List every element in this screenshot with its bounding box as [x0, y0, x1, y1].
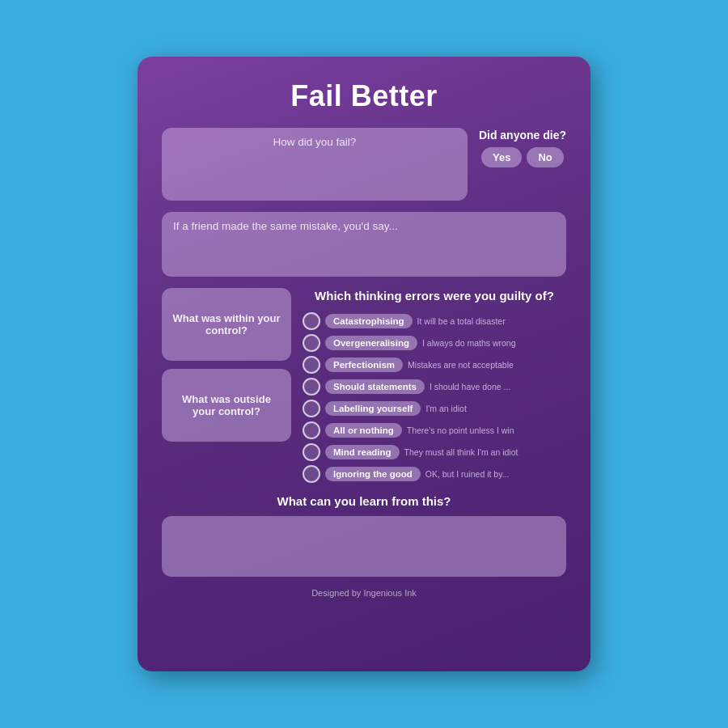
error-label-1: Overgeneralising	[325, 336, 417, 350]
error-desc-2: Mistakes are not acceptable	[408, 360, 514, 370]
error-checkbox-7[interactable]	[303, 465, 320, 483]
error-item: PerfectionismMistakes are not acceptable	[303, 356, 566, 374]
error-desc-5: There's no point unless I win	[407, 425, 514, 435]
thinking-section: Which thinking errors were you guilty of…	[303, 288, 566, 483]
error-desc-7: OK, but I ruined it by...	[425, 469, 510, 479]
error-label-6: Mind reading	[325, 445, 400, 459]
error-desc-4: I'm an idiot	[425, 404, 466, 413]
outside-control-box[interactable]: What was outside your control?	[162, 369, 291, 442]
error-item: Ignoring the goodOK, but I ruined it by.…	[303, 465, 566, 483]
error-item: OvergeneralisingI always do maths wrong	[303, 334, 566, 352]
no-button[interactable]: No	[527, 147, 563, 167]
error-item: All or nothingThere's no point unless I …	[303, 421, 566, 439]
error-label-2: Perfectionism	[325, 358, 403, 372]
error-checkbox-1[interactable]	[303, 334, 320, 352]
error-label-0: Catastrophising	[325, 314, 413, 328]
footer: Designed by Ingenious Ink	[162, 588, 566, 598]
error-checkbox-0[interactable]	[303, 312, 320, 330]
how-fail-box[interactable]: How did you fail?	[162, 128, 468, 201]
die-buttons: Yes No	[481, 147, 564, 167]
error-item: CatastrophisingIt will be a total disast…	[303, 312, 566, 330]
how-fail-label: How did you fail?	[273, 136, 357, 148]
learn-box[interactable]	[162, 516, 566, 577]
outside-control-label: What was outside your control?	[170, 393, 283, 417]
error-item: Labelling yourselfI'm an idiot	[303, 400, 566, 417]
middle-row: What was within your control? What was o…	[162, 288, 566, 483]
control-boxes: What was within your control? What was o…	[162, 288, 291, 483]
error-desc-6: They must all think I'm an idiot	[404, 447, 518, 457]
yes-button[interactable]: Yes	[481, 147, 522, 167]
die-question: Did anyone die?	[479, 128, 566, 142]
error-desc-0: It will be a total disaster	[417, 316, 506, 326]
thinking-title: Which thinking errors were you guilty of…	[303, 288, 566, 304]
main-card: Fail Better How did you fail? Did anyone…	[138, 57, 590, 671]
error-label-7: Ignoring the good	[325, 467, 421, 481]
within-control-label: What was within your control?	[170, 312, 283, 336]
friend-label: If a friend made the same mistake, you'd…	[173, 220, 398, 232]
error-label-5: All or nothing	[325, 423, 402, 438]
error-desc-1: I always do maths wrong	[422, 338, 516, 348]
error-label-4: Labelling yourself	[325, 401, 421, 416]
error-list: CatastrophisingIt will be a total disast…	[303, 312, 566, 483]
within-control-box[interactable]: What was within your control?	[162, 288, 291, 361]
error-checkbox-3[interactable]	[303, 378, 320, 396]
error-item: Should statementsI should have done ...	[303, 378, 566, 396]
page-title: Fail Better	[162, 79, 566, 113]
learn-title: What can you learn from this?	[162, 494, 566, 508]
error-item: Mind readingThey must all think I'm an i…	[303, 443, 566, 461]
error-checkbox-6[interactable]	[303, 443, 320, 461]
die-box: Did anyone die? Yes No	[479, 128, 566, 167]
error-desc-3: I should have done ...	[430, 382, 510, 392]
error-label-3: Should statements	[325, 379, 425, 394]
error-checkbox-5[interactable]	[303, 421, 320, 439]
friend-box[interactable]: If a friend made the same mistake, you'd…	[162, 212, 566, 277]
error-checkbox-4[interactable]	[303, 400, 320, 417]
top-row: How did you fail? Did anyone die? Yes No	[162, 128, 566, 201]
error-checkbox-2[interactable]	[303, 356, 320, 374]
